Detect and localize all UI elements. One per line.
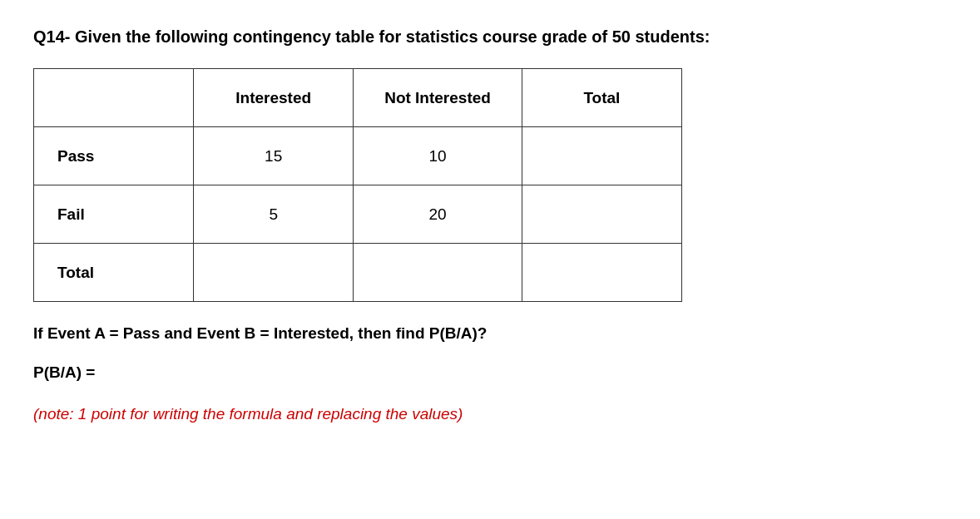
contingency-table-container: Interested Not Interested Total Pass 15 … [33, 68, 947, 302]
contingency-table: Interested Not Interested Total Pass 15 … [33, 68, 682, 302]
cell-total-total [522, 244, 681, 302]
header-total: Total [522, 69, 681, 127]
row-label-total: Total [34, 244, 194, 302]
cell-fail-not-interested: 20 [354, 185, 522, 244]
cell-fail-interested: 5 [194, 185, 354, 244]
row-label-pass: Pass [34, 127, 194, 185]
cell-pass-interested: 15 [194, 127, 354, 185]
header-empty [34, 69, 194, 127]
note-text: (note: 1 point for writing the formula a… [33, 403, 947, 427]
header-not-interested: Not Interested [354, 69, 522, 127]
formula-question: If Event A = Pass and Event B = Interest… [33, 322, 947, 346]
header-interested: Interested [194, 69, 354, 127]
cell-total-interested [194, 244, 354, 302]
table-row-pass: Pass 15 10 [34, 127, 682, 185]
row-label-fail: Fail [34, 185, 194, 244]
table-header-row: Interested Not Interested Total [34, 69, 682, 127]
question-title: Q14- Given the following contingency tab… [33, 25, 947, 48]
answer-label: P(B/A) = [33, 361, 947, 385]
table-row-fail: Fail 5 20 [34, 185, 682, 244]
cell-fail-total [522, 185, 681, 244]
cell-pass-not-interested: 10 [354, 127, 522, 185]
cell-pass-total [522, 127, 681, 185]
cell-total-not-interested [354, 244, 522, 302]
table-row-total: Total [34, 244, 682, 302]
